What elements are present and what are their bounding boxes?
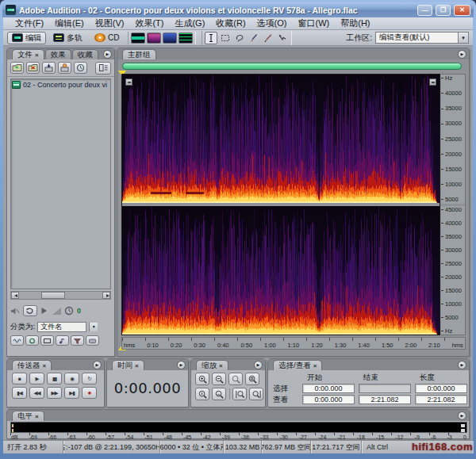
- close-tab-icon[interactable]: ×: [43, 362, 47, 369]
- insert-into-cd-button[interactable]: [58, 62, 71, 74]
- transport-button[interactable]: ■: [12, 373, 27, 384]
- time-menu-icon[interactable]: ▶: [177, 361, 186, 369]
- sort-chevron-down-icon[interactable]: ▼: [89, 323, 98, 331]
- scroll-right-icon[interactable]: [102, 292, 110, 299]
- maximize-button[interactable]: ❐: [436, 5, 451, 16]
- spectral-display[interactable]: [121, 74, 440, 335]
- main-panel-menu-icon[interactable]: ▶: [458, 50, 466, 59]
- show-loop-files-button[interactable]: [25, 335, 39, 346]
- zoom-to-right-edge-button[interactable]: [249, 388, 263, 400]
- transport-button[interactable]: ↻: [82, 373, 97, 384]
- show-midi-files-button[interactable]: [56, 335, 69, 346]
- file-list-scrollbar[interactable]: [10, 291, 111, 300]
- transport-button[interactable]: ◉: [64, 373, 79, 384]
- close-tab-icon[interactable]: ×: [219, 362, 223, 369]
- file-info-button[interactable]: [86, 335, 99, 346]
- zoom-to-left-edge-button[interactable]: [232, 388, 247, 400]
- level-meter[interactable]: [10, 422, 467, 433]
- menu-item[interactable]: 编辑(E): [49, 17, 90, 29]
- preview-mute-icon[interactable]: [10, 307, 20, 316]
- preview-duration-icon[interactable]: [64, 306, 74, 316]
- horizontal-range-bar[interactable]: [122, 63, 462, 70]
- advanced-options-button[interactable]: [95, 62, 111, 75]
- filter-options-button[interactable]: [71, 335, 84, 346]
- preview-play-button[interactable]: [40, 307, 48, 315]
- menu-item[interactable]: 文件(F): [10, 17, 49, 29]
- close-tab-icon[interactable]: ×: [35, 413, 39, 420]
- workspace-dropdown[interactable]: 编辑查看(默认) ▼: [375, 32, 469, 44]
- file-list[interactable]: 02 - Concerto pour deux vi: [10, 78, 111, 289]
- spectral-phase-view-button[interactable]: [178, 33, 193, 44]
- channel-right-corner-icon[interactable]: [429, 78, 436, 86]
- menu-item[interactable]: 帮助(H): [335, 17, 375, 29]
- tab-files[interactable]: 文件 ×: [12, 49, 44, 59]
- timeline-ruler[interactable]: hms0:100:200:300:400:501:001:101:201:301…: [121, 337, 466, 350]
- minimize-button[interactable]: —: [417, 5, 432, 16]
- spectrogram-canvas[interactable]: [122, 75, 440, 335]
- edit-view-button[interactable]: 编辑: [7, 32, 46, 44]
- transport-button[interactable]: ▶▮: [64, 387, 79, 399]
- transport-button[interactable]: ●: [82, 387, 97, 399]
- selection-end-field[interactable]: [359, 384, 411, 393]
- transport-button[interactable]: ▶▶: [47, 387, 62, 399]
- import-file-button[interactable]: [10, 62, 24, 74]
- marquee-selection-tool[interactable]: [219, 32, 232, 44]
- zoom-in-vertical-button[interactable]: [195, 388, 209, 400]
- transport-button[interactable]: ◀◀: [29, 387, 44, 399]
- selection-menu-icon[interactable]: ▶: [458, 361, 466, 369]
- close-tab-icon[interactable]: ×: [135, 362, 139, 369]
- chevron-down-icon[interactable]: ▼: [458, 33, 468, 43]
- zoom-to-selection-button[interactable]: [245, 373, 259, 385]
- clip-indicator-right[interactable]: [461, 429, 465, 432]
- scroll-left-icon[interactable]: [11, 292, 19, 299]
- view-length-field[interactable]: 2:21.082: [415, 395, 467, 404]
- zoom-out-vertical-button[interactable]: [212, 388, 226, 400]
- spectral-pan-view-button[interactable]: [163, 33, 177, 44]
- selection-start-field[interactable]: 0:00.000: [302, 384, 355, 393]
- menu-item[interactable]: 选项(O): [251, 17, 293, 29]
- view-end-field[interactable]: 2:21.082: [359, 395, 411, 404]
- preview-loop-button[interactable]: [23, 305, 37, 316]
- menu-item[interactable]: 视图(V): [90, 17, 130, 29]
- transport-button[interactable]: ▮◀: [12, 387, 27, 399]
- cd-view-button[interactable]: CD: [90, 32, 124, 44]
- insert-into-multitrack-button[interactable]: [42, 62, 56, 74]
- show-audio-files-button[interactable]: [10, 335, 24, 346]
- menu-item[interactable]: 生成(G): [169, 17, 210, 29]
- tab-selection-view[interactable]: 选择/查看 ×: [273, 360, 322, 370]
- transport-button[interactable]: ▮▮: [47, 373, 62, 384]
- edit-file-button[interactable]: [74, 62, 87, 74]
- zoom-out-horizontal-button[interactable]: [212, 373, 226, 385]
- selection-length-field[interactable]: 0:00.000: [415, 384, 467, 393]
- waveform-view-button[interactable]: [131, 33, 145, 44]
- close-tab-icon[interactable]: ×: [35, 52, 39, 59]
- spectral-frequency-view-button[interactable]: [147, 33, 161, 44]
- close-tab-icon[interactable]: ×: [313, 362, 317, 369]
- transport-menu-icon[interactable]: ▶: [93, 361, 102, 369]
- menu-item[interactable]: 收藏(R): [210, 17, 251, 29]
- lasso-selection-tool[interactable]: [233, 32, 246, 44]
- scrub-tool[interactable]: [276, 32, 289, 44]
- tab-transport[interactable]: 传送器 ×: [12, 360, 52, 370]
- clip-indicator-left[interactable]: [461, 424, 465, 427]
- close-button[interactable]: ✕: [454, 5, 470, 16]
- frequency-ruler[interactable]: Hz40000350003000025000200001500010000500…: [441, 74, 466, 335]
- tab-effects[interactable]: 效果: [45, 49, 71, 59]
- title-bar[interactable]: Adobe Audition - 02 - Concerto pour deux…: [2, 2, 474, 17]
- sort-dropdown[interactable]: 文件名: [37, 322, 86, 332]
- transport-button[interactable]: ▶: [29, 373, 44, 384]
- zoom-menu-icon[interactable]: ▶: [254, 361, 263, 369]
- menu-item[interactable]: 效果(T): [129, 17, 169, 29]
- tab-favorites[interactable]: 收藏: [72, 49, 98, 59]
- zoom-in-horizontal-button[interactable]: [195, 373, 209, 385]
- close-file-button[interactable]: [26, 62, 40, 74]
- menu-item[interactable]: 窗口(W): [293, 17, 336, 29]
- show-video-files-button[interactable]: [40, 335, 54, 346]
- view-start-field[interactable]: 0:00.000: [302, 395, 355, 404]
- zoom-out-full-button[interactable]: [228, 373, 243, 385]
- time-selection-tool[interactable]: [205, 32, 217, 44]
- effects-paintbrush-tool[interactable]: [248, 32, 260, 44]
- tab-zoom[interactable]: 缩放 ×: [196, 360, 228, 370]
- channel-left-corner-icon[interactable]: [125, 78, 132, 86]
- multitrack-view-button[interactable]: 多轨: [48, 32, 87, 44]
